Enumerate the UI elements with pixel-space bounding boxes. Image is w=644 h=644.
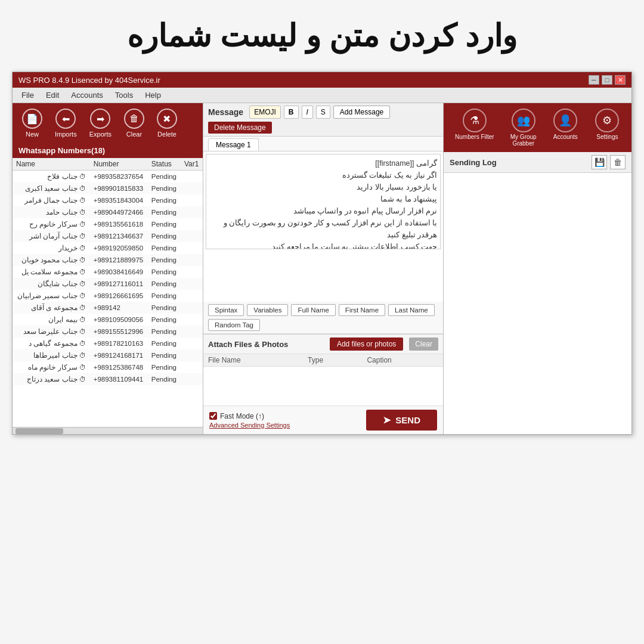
table-row[interactable]: ⏱ مجموعه گیاهی د +989178210163 Pending: [13, 338, 203, 349]
send-button[interactable]: ➤ SEND: [366, 410, 437, 431]
col-name: Name: [13, 158, 90, 171]
delete-message-button[interactable]: Delete Message: [208, 122, 272, 134]
new-button[interactable]: 📄 New: [17, 106, 47, 140]
table-row[interactable]: ⏱ سرکار خانوم ماه +989125386748 Pending: [13, 361, 203, 373]
group-grabber-icon: 👥: [512, 109, 535, 132]
contact-name: ⏱ جناب سعید اکبری: [13, 182, 90, 194]
imports-icon: ⬅: [55, 109, 76, 129]
contact-number: +989155512996: [90, 326, 148, 338]
random-tag-button[interactable]: Random Tag: [208, 319, 260, 331]
menu-help[interactable]: Help: [139, 89, 167, 101]
contact-var1: [181, 290, 203, 302]
contact-number: +989038416649: [90, 266, 148, 278]
attach-clear-button[interactable]: Clear: [409, 338, 438, 351]
fast-mode-label[interactable]: Fast Mode (↑): [209, 412, 290, 420]
first-name-button[interactable]: First Name: [339, 304, 385, 316]
emoji-button[interactable]: EMOJI: [249, 106, 281, 119]
contact-number: +989135561618: [90, 218, 148, 230]
table-row[interactable]: ⏱ جناب فلاح +989358237654 Pending: [13, 171, 203, 183]
contact-status: Pending: [148, 326, 181, 338]
app-window: WS PRO 8.4.9 Lisenced by 404Service.ir ─…: [12, 72, 632, 435]
contact-number: +989381109441: [90, 373, 148, 385]
numbers-filter-label: Numbers Filter: [455, 134, 494, 140]
contact-status: Pending: [148, 266, 181, 278]
contact-status: Pending: [148, 302, 181, 314]
contact-name: ⏱ جناب جمال فرامر: [13, 194, 90, 206]
minimize-button[interactable]: ─: [589, 75, 599, 85]
numbers-filter-button[interactable]: ⚗ Numbers Filter: [451, 106, 498, 149]
maximize-button[interactable]: □: [602, 75, 612, 85]
contact-name: ⏱ سرکار خانوم ماه: [13, 361, 90, 373]
log-save-button[interactable]: 💾: [592, 155, 607, 169]
table-row[interactable]: ⏱ جناب حامد +989044972466 Pending: [13, 206, 203, 218]
add-files-button[interactable]: Add files or photos: [330, 338, 403, 351]
contact-status: Pending: [148, 338, 181, 349]
clear-icon: 🗑: [124, 109, 144, 129]
table-row[interactable]: ⏱ جناب محمود خوبان +989121889975 Pending: [13, 254, 203, 266]
contact-var1: [181, 349, 203, 361]
attach-col-caption: Caption: [362, 354, 443, 367]
numbers-filter-icon: ⚗: [463, 109, 487, 132]
message-toolbar: Message EMOJI B I S Add Message Delete M…: [203, 103, 443, 137]
numbers-header: Whatsapp Numbers(18): [13, 143, 203, 158]
table-row[interactable]: ⏱ جناب امیرطاها +989124168171 Pending: [13, 349, 203, 361]
contact-number: +989127116011: [90, 278, 148, 290]
table-row[interactable]: ⏱ جناب علیرضا سعد +989155512996 Pending: [13, 326, 203, 338]
exports-button[interactable]: ➡ Exports: [85, 106, 116, 140]
table-row[interactable]: ⏱ جناب سعید درتاج +989381109441 Pending: [13, 373, 203, 385]
contact-name: ⏱ جناب شایگان: [13, 278, 90, 290]
italic-button[interactable]: I: [302, 106, 313, 119]
table-row[interactable]: ⏱ سرکار خانوم رح +989135561618 Pending: [13, 218, 203, 230]
menu-file[interactable]: File: [16, 89, 40, 101]
contact-number: +989358237654: [90, 171, 148, 183]
group-grabber-button[interactable]: 👥 My GroupGrabber: [507, 106, 540, 149]
menu-accounts[interactable]: Accounts: [65, 89, 109, 101]
send-icon: ➤: [383, 414, 391, 426]
right-toolbar: ⚗ Numbers Filter 👥 My GroupGrabber 👤 Acc…: [444, 103, 631, 152]
log-delete-button[interactable]: 🗑: [610, 155, 626, 169]
contact-var1: [181, 182, 203, 194]
delete-icon: ✖: [157, 109, 177, 129]
table-row[interactable]: ⏱ جناب شایگان +989127116011 Pending: [13, 278, 203, 290]
menu-tools[interactable]: Tools: [109, 89, 139, 101]
contact-number: +989121889975: [90, 254, 148, 266]
close-button[interactable]: ✕: [615, 75, 626, 85]
table-row[interactable]: ⏱ بیمه ایران +989109509056 Pending: [13, 314, 203, 326]
contact-number: +989192059850: [90, 242, 148, 254]
contact-number: +989126661695: [90, 290, 148, 302]
table-row[interactable]: ⏱ جناب سعید اکبری +989901815833 Pending: [13, 182, 203, 194]
accounts-button[interactable]: 👤 Accounts: [549, 106, 582, 149]
table-row[interactable]: ⏱ جناب سمیر ضرابیان +989126661695 Pendin…: [13, 290, 203, 302]
settings-button[interactable]: ⚙ Settings: [591, 106, 624, 149]
menu-edit[interactable]: Edit: [40, 89, 65, 101]
table-row[interactable]: ⏱ مجموعه سلامت یل +989038416649 Pending: [13, 266, 203, 278]
spintax-button[interactable]: Spintax: [208, 304, 244, 316]
table-row[interactable]: ⏱ مجموعه ی آقای +989142 Pending: [13, 302, 203, 314]
col-number: Number: [90, 158, 148, 171]
special-button[interactable]: S: [316, 106, 330, 119]
clear-button[interactable]: 🗑 Clear: [119, 106, 149, 140]
attach-col-type: Type: [303, 354, 362, 367]
left-toolbar: 📄 New ⬅ Imports ➡ Exports 🗑 Clear: [13, 103, 203, 143]
variables-button[interactable]: Variables: [247, 304, 288, 316]
add-message-button[interactable]: Add Message: [333, 106, 390, 119]
imports-button[interactable]: ⬅ Imports: [50, 106, 82, 140]
table-row[interactable]: ⏱ جناب آرمان اشر +989121346637 Pending: [13, 230, 203, 242]
contact-name: ⏱ جناب سمیر ضرابیان: [13, 290, 90, 302]
horizontal-scrollbar[interactable]: [13, 427, 203, 434]
table-row[interactable]: ⏱ خریدار +989192059850 Pending: [13, 242, 203, 254]
last-name-button[interactable]: Last Name: [388, 304, 435, 316]
delete-button[interactable]: ✖ Delete: [152, 106, 182, 140]
fast-mode-checkbox[interactable]: [209, 412, 217, 420]
message-textarea[interactable]: گرامی [[firstname]] اگر نیاز به یک تبلیغ…: [206, 154, 441, 249]
middle-panel: Message EMOJI B I S Add Message Delete M…: [203, 103, 444, 434]
bold-button[interactable]: B: [284, 106, 299, 119]
contact-number: +989178210163: [90, 338, 148, 349]
full-name-button[interactable]: Full Name: [291, 304, 335, 316]
clear-label: Clear: [126, 131, 142, 138]
advanced-settings-link[interactable]: Advanced Sending Settings: [209, 422, 290, 429]
message-tab-1[interactable]: Message 1: [208, 138, 259, 151]
table-row[interactable]: ⏱ جناب جمال فرامر +989351843004 Pending: [13, 194, 203, 206]
contact-status: Pending: [148, 290, 181, 302]
contact-name: ⏱ جناب محمود خوبان: [13, 254, 90, 266]
